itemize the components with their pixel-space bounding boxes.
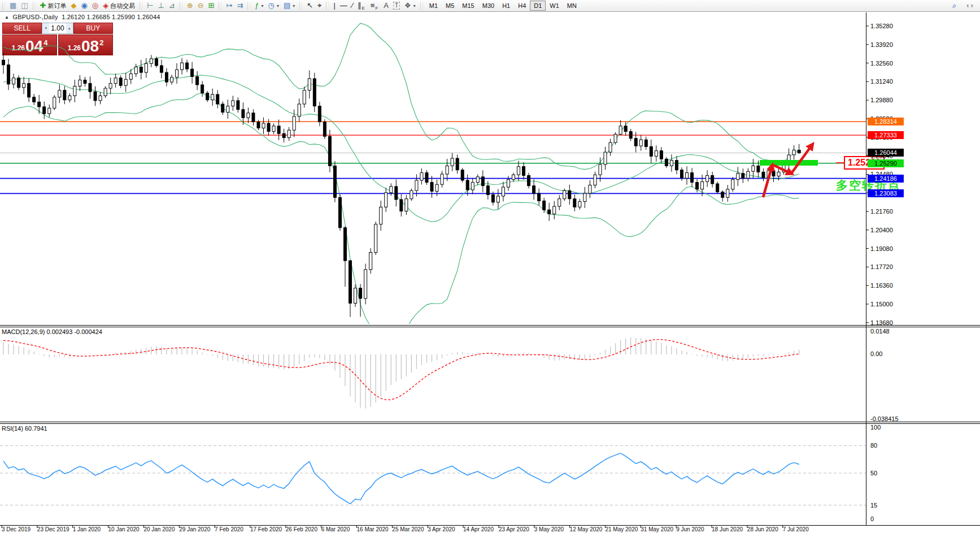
date-label: 23 Dec 2019 [37, 526, 69, 532]
price-badge: 1.25290 [868, 159, 904, 167]
price-tick: 1.29880 [870, 97, 893, 103]
date-label: 29 Jan 2020 [179, 526, 210, 532]
date-label: 3 May 2020 [534, 526, 564, 532]
price-tick: 1.35280 [870, 23, 893, 29]
date-label: 7 Jul 2020 [783, 526, 809, 532]
date-label: 7 Feb 2020 [215, 526, 243, 532]
price-badge: 1.26044 [868, 149, 904, 157]
rsi-label: RSI(14) 60.7941 [2, 425, 47, 432]
macd-tick: -0.038415 [870, 415, 899, 422]
date-label: 6 Mar 2020 [321, 526, 350, 532]
rsi-tick: 80 [870, 442, 877, 449]
date-label: 17 Feb 2020 [250, 526, 282, 532]
price-tick: 1.15000 [870, 301, 893, 307]
date-label: 20 Jan 2020 [143, 526, 175, 532]
macd-tick: 0.00 [870, 350, 882, 357]
price-tick: 1.32560 [870, 60, 893, 67]
price-tick: 1.31240 [870, 78, 893, 85]
price-badge: 1.23083 [868, 189, 904, 197]
price-tick: 1.21760 [870, 208, 893, 215]
date-label: 9 Jun 2020 [676, 526, 704, 532]
chart-plot[interactable] [0, 0, 980, 533]
price-tick: 1.13680 [870, 319, 893, 326]
date-label: 12 May 2020 [570, 526, 603, 532]
price-tick: 1.17720 [870, 263, 893, 270]
macd-tick: 0.0148 [870, 328, 890, 335]
price-tick: 1.19080 [870, 245, 893, 252]
date-label: 21 May 2020 [605, 526, 638, 532]
price-badge: 1.27333 [868, 131, 904, 139]
date-label: 18 Jun 2020 [712, 526, 743, 532]
date-label: 14 Apr 2020 [463, 526, 494, 532]
rsi-tick: 100 [870, 424, 881, 431]
rsi-tick: 50 [870, 470, 877, 476]
rsi-tick: 15 [870, 502, 877, 509]
date-label: 3 Apr 2020 [428, 526, 455, 532]
date-label: 16 Mar 2020 [357, 526, 389, 532]
date-label: 25 Mar 2020 [392, 526, 424, 532]
rsi-tick: 0 [870, 515, 874, 522]
date-label: 10 Jan 2020 [108, 526, 140, 532]
price-badge: 1.28314 [868, 118, 904, 125]
price-tick: 1.16360 [870, 282, 893, 289]
date-label: 3 Dec 2019 [2, 526, 31, 532]
date-label: 28 Jun 2020 [747, 526, 778, 532]
macd-label: MACD(12,26,9) 0.002493 -0.000424 [2, 328, 102, 335]
date-label: 23 Apr 2020 [499, 526, 529, 532]
date-label: 26 Feb 2020 [286, 526, 317, 532]
price-badge: 1.24186 [868, 175, 904, 183]
date-label: 1 Jan 2020 [73, 526, 101, 532]
date-label: 31 May 2020 [641, 526, 673, 532]
price-tick: 1.20400 [870, 227, 893, 233]
price-tick: 1.33920 [870, 41, 893, 48]
